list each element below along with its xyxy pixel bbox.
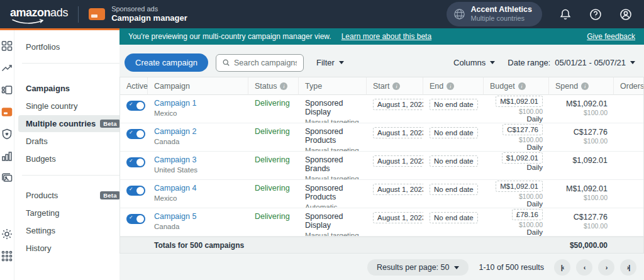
sidebar-item-targeting[interactable]: Targeting [18,204,128,221]
active-toggle[interactable] [126,214,145,224]
chevron-down-icon [454,266,459,269]
info-icon[interactable]: i [581,82,589,90]
totals-spend: $50,000.00 [549,237,614,253]
sidebar-item-budgets[interactable]: Budgets [18,150,128,167]
info-icon[interactable]: i [447,82,454,90]
col-header-type[interactable]: Type [299,77,367,95]
beta-banner: You're previewing our multi-country camp… [119,28,644,45]
notifications-bell-icon[interactable] [558,8,572,21]
apps-grid-icon[interactable] [0,249,14,263]
start-date-field[interactable]: August 1, 2023 [373,99,423,110]
col-header-budget[interactable]: Budgeti [484,77,549,95]
active-toggle[interactable] [126,101,145,111]
amazon-smile-icon [12,19,45,25]
col-header-end[interactable]: Endi [423,77,484,95]
menu-divider [22,63,124,64]
reports-bar-chart-icon[interactable] [0,149,14,163]
col-header-spend[interactable]: Spendi [549,77,614,95]
sidebar-item-history[interactable]: History [18,240,128,257]
filter-dropdown[interactable]: Filter [316,58,344,67]
columns-dropdown[interactable]: Columns [453,58,495,67]
sidebar-item-portfolios[interactable]: Portfolios [18,38,128,55]
info-icon[interactable]: i [280,82,287,90]
start-date-field[interactable]: August 1, 2023 [373,127,423,138]
targeting-type: Manual targeting [305,147,360,152]
search-icon [223,59,230,67]
status-badge: Delivering [255,184,290,193]
give-feedback-link[interactable]: Give feedback [587,32,635,41]
col-header-campaign[interactable]: Campaign [148,77,248,95]
campaign-type: Sponsored Display [305,212,360,230]
date-range-dropdown[interactable]: Date range: 05/01/21 - 05/07/21 [508,58,635,67]
sidebar-item-drafts[interactable]: Drafts [18,133,128,150]
app-eyebrow: Sponsored ads [111,5,187,14]
end-date-field[interactable]: No end date [430,212,478,223]
page-title: Campaign manager [111,13,187,23]
targeting-type: Manual targeting [305,118,360,123]
amazon-ads-logo[interactable]: amazonads [10,6,68,22]
previous-page-button[interactable]: ‹ [576,259,592,276]
start-date-field[interactable]: August 1, 2023 [373,155,423,167]
status-badge: Delivering [255,99,290,108]
start-date-field[interactable]: August 1, 2023 [373,212,423,223]
budget-field[interactable]: C$127.76 [502,124,543,135]
campaign-link[interactable]: Campaign 5 [154,212,242,221]
info-icon[interactable]: i [518,82,526,90]
budget-field[interactable]: M$1,092.01 [496,96,543,107]
start-date-field[interactable]: August 1, 2023 [373,184,423,195]
help-icon[interactable] [589,8,602,21]
targeting-type: Manual targeting [305,232,360,237]
active-toggle[interactable] [126,129,145,139]
end-date-field[interactable]: No end date [430,184,478,195]
col-header-start[interactable]: Starti [367,77,423,95]
brand-safety-shield-icon[interactable] [0,127,14,141]
campaign-country: United States [154,166,242,174]
end-date-field[interactable]: No end date [430,127,478,138]
insights-trend-icon[interactable] [0,61,14,75]
date-range-value: 05/01/21 - 05/07/21 [555,58,626,67]
first-page-button[interactable]: |‹ [554,259,570,276]
last-page-button[interactable]: ›| [620,259,636,276]
campaign-country: Canada [154,138,242,145]
end-date-field[interactable]: No end date [430,99,478,110]
budget-converted: $100.00 [490,108,543,115]
search-input[interactable] [234,59,297,67]
next-page-button[interactable]: › [598,259,614,276]
campaign-link[interactable]: Campaign 4 [154,184,242,193]
budget-cadence: Daily [490,115,543,123]
dashboard-icon[interactable] [0,39,14,53]
col-header-orders[interactable]: Orders [614,77,644,95]
sidebar-item-settings[interactable]: Settings [18,222,128,239]
campaign-link[interactable]: Campaign 2 [154,127,242,136]
campaign-link[interactable]: Campaign 1 [154,99,242,108]
table-row: Campaign 4Mexico Delivering Sponsored Pr… [120,180,644,208]
menu-divider [22,175,124,176]
spend-amount: $1,092.01 [555,156,608,165]
create-campaign-button[interactable]: Create campaign [125,53,208,72]
budget-field[interactable]: M$1,092.01 [496,181,543,192]
end-date-field[interactable]: No end date [430,155,478,167]
account-selector[interactable]: Accent Athletics Multiple countries [447,2,542,26]
creative-assets-icon[interactable] [0,171,14,185]
settings-gear-icon[interactable] [0,227,14,241]
results-per-page-dropdown[interactable]: Results per page: 50 [367,259,469,276]
budget-field[interactable]: $1,092.01 [502,152,543,164]
campaign-link[interactable]: Campaign 3 [154,155,242,164]
sidebar-item-single-country[interactable]: Single country [18,98,128,115]
spend-converted: $100.00 [555,109,608,116]
chevron-down-icon [339,61,344,64]
status-badge: Delivering [255,212,290,221]
campaigns-icon[interactable] [0,83,14,97]
info-icon[interactable]: i [392,82,400,90]
sidebar-item-multiple-countries[interactable]: Multiple countries Beta [18,115,128,132]
sidebar-item-products[interactable]: Products Beta [18,187,128,204]
profile-icon[interactable] [619,8,633,21]
learn-more-link[interactable]: Learn more about this beta [341,32,431,41]
spend-amount: C$127.76 [555,128,608,137]
col-header-status[interactable]: Statusi [248,77,299,95]
active-toggle[interactable] [126,157,145,167]
divider [78,6,79,23]
campaign-manager-icon[interactable] [0,105,14,119]
active-toggle[interactable] [126,186,145,196]
budget-field[interactable]: £78.16 [512,209,543,220]
